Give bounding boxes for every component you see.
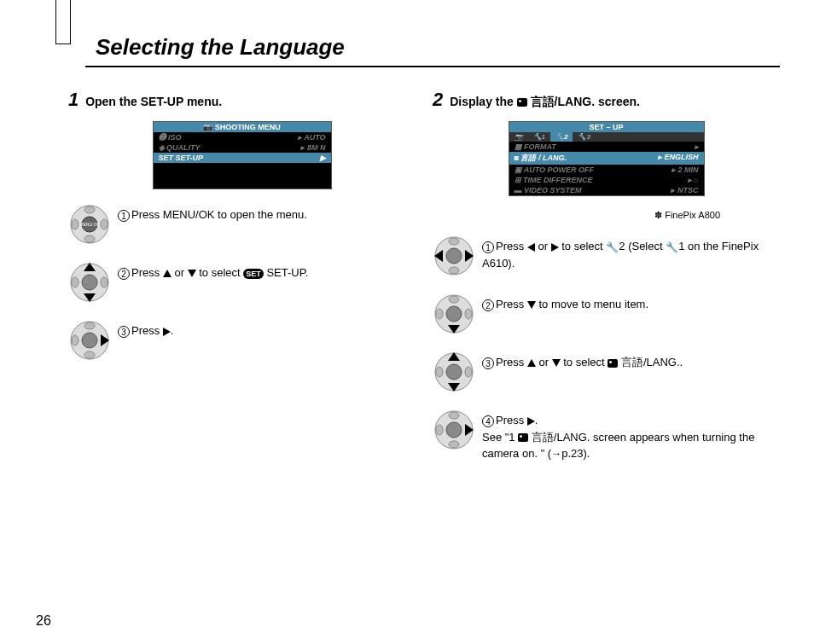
- step-1-heading: 1 Open the SET-UP menu.: [68, 89, 416, 111]
- right-icon: [551, 243, 559, 252]
- svg-point-38: [446, 422, 462, 438]
- dpad-icon: [68, 319, 111, 362]
- substep-1-1: MENU OK 1Press MENU/OK to open the menu.: [68, 203, 416, 246]
- circled-1: 1: [482, 241, 494, 253]
- page-number: 26: [36, 613, 51, 629]
- step-2-heading: 2 Display the 言語/LANG. screen.: [433, 89, 780, 111]
- svg-point-22: [449, 267, 459, 274]
- dpad-icon: MENU OK: [68, 203, 111, 246]
- svg-point-3: [84, 206, 95, 213]
- substep-2-4: 4Press . See "1 言語/LANG. screen appears …: [433, 409, 780, 462]
- page-title: Selecting the Language: [96, 17, 780, 61]
- svg-point-32: [446, 364, 462, 380]
- right-icon: [163, 328, 171, 336]
- svg-point-27: [449, 296, 459, 303]
- svg-point-5: [72, 219, 78, 229]
- lcd-title: 📷 SHOOTING MENU: [154, 122, 331, 132]
- svg-point-4: [84, 235, 95, 242]
- svg-point-36: [465, 367, 472, 377]
- svg-point-41: [436, 425, 443, 435]
- dpad-icon: [433, 409, 475, 451]
- step-2-column: 2 Display the 言語/LANG. screen. SET – UP …: [433, 89, 780, 478]
- step-1-title: Open the SET-UP menu.: [85, 95, 222, 108]
- right-icon: [527, 417, 535, 426]
- left-icon: [527, 243, 535, 252]
- lang-icon: [518, 433, 528, 442]
- substep-text: Press MENU/OK to open the menu.: [131, 208, 307, 221]
- substep-1-3: 3Press .: [68, 319, 416, 362]
- step-number-2: 2: [433, 89, 443, 110]
- dpad-icon: [68, 261, 111, 304]
- wrench-icon: 🔧: [666, 240, 678, 255]
- step-1-column: 1 Open the SET-UP menu. 📷 SHOOTING MENU …: [68, 89, 416, 478]
- lcd-footnote: ✽ FinePix A800: [433, 210, 720, 221]
- down-icon: [552, 359, 561, 367]
- svg-point-30: [465, 309, 472, 319]
- lang-icon: [608, 359, 618, 368]
- lcd-row-format: ▦ FORMAT▸: [509, 142, 704, 152]
- svg-point-35: [436, 367, 443, 377]
- svg-point-12: [101, 277, 108, 287]
- svg-text:MENU OK: MENU OK: [79, 222, 100, 227]
- set-pill-icon: SET: [243, 269, 264, 279]
- title-block: Selecting the Language: [85, 17, 780, 67]
- svg-point-20: [446, 248, 462, 264]
- dpad-icon: [433, 293, 475, 335]
- dpad-icon: [433, 351, 475, 393]
- circled-3: 3: [118, 326, 130, 338]
- lcd-row-autopower: ▣ AUTO POWER OFF▸ 2 MIN: [509, 165, 704, 175]
- lcd-row-setup: SET SET-UP▶: [154, 153, 331, 163]
- substep-2-1: 1Press or to select 🔧2 (Select 🔧1 on the…: [433, 235, 780, 277]
- svg-point-16: [84, 351, 95, 358]
- lcd-shooting-menu: 📷 SHOOTING MENU 🅘 ISO▸ AUTO ◈ QUALITY▸ 8…: [153, 121, 332, 189]
- circled-4: 4: [482, 415, 494, 427]
- substep-1-2: 2Press or to select SET SET-UP.: [68, 261, 416, 304]
- step-number-1: 1: [68, 89, 78, 110]
- circled-3: 3: [482, 357, 494, 369]
- svg-point-15: [84, 322, 95, 329]
- svg-point-11: [72, 277, 78, 287]
- svg-point-17: [72, 335, 78, 345]
- circled-1: 1: [118, 210, 130, 222]
- dpad-icon: [433, 235, 475, 277]
- lang-icon: [517, 98, 527, 107]
- svg-point-39: [449, 412, 459, 419]
- svg-point-40: [449, 441, 459, 448]
- svg-point-21: [449, 238, 459, 245]
- circled-2: 2: [482, 299, 494, 311]
- svg-point-8: [82, 275, 97, 290]
- up-icon: [527, 359, 536, 367]
- down-icon: [527, 301, 536, 309]
- side-tab: [55, 0, 71, 44]
- lcd-tabs: 📷🔧1🔧2🔧3: [509, 132, 704, 142]
- up-icon: [163, 270, 172, 277]
- svg-point-14: [82, 333, 97, 348]
- arrow-right-icon: →: [551, 446, 561, 461]
- substep-2-3: 3Press or to select 言語/LANG..: [433, 351, 780, 393]
- circled-2: 2: [118, 268, 130, 280]
- lcd-row-lang: ◙ 言語 / LANG.▸ ENGLISH: [509, 152, 704, 165]
- wrench-icon: 🔧: [606, 240, 619, 255]
- lcd-title: SET – UP: [509, 122, 704, 132]
- svg-point-26: [446, 306, 462, 322]
- lcd-setup-menu: SET – UP 📷🔧1🔧2🔧3 ▦ FORMAT▸ ◙ 言語 / LANG.▸…: [509, 121, 705, 196]
- svg-point-29: [436, 309, 443, 319]
- substep-2-2: 2Press to move to menu item.: [433, 293, 780, 335]
- lcd-row-quality: ◈ QUALITY▸ 8M N: [154, 142, 331, 153]
- lcd-row-iso: 🅘 ISO▸ AUTO: [154, 132, 331, 142]
- lcd-row-video: ▬ VIDEO SYSTEM▸ NTSC: [509, 185, 704, 195]
- lcd-row-timediff: ⊞ TIME DIFFERENCE▸ ⌂: [509, 175, 704, 185]
- svg-point-6: [101, 219, 108, 229]
- down-icon: [188, 270, 196, 277]
